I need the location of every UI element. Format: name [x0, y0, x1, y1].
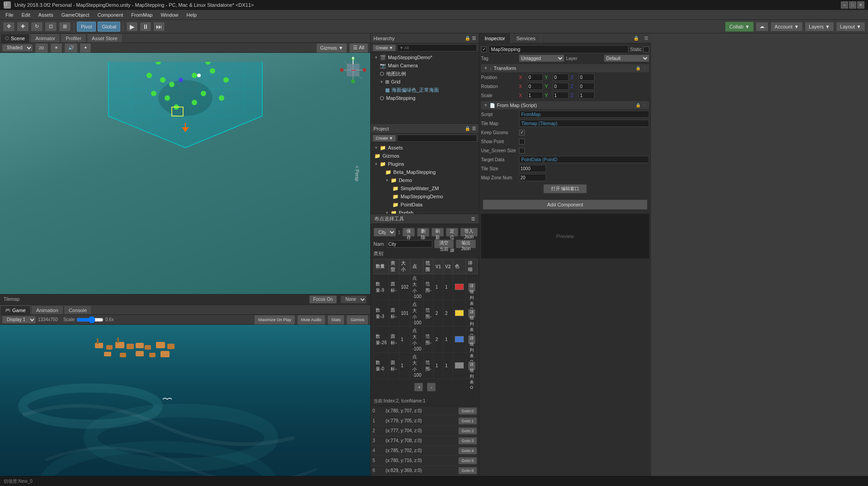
hierarchy-search[interactable] [397, 44, 477, 51]
show-point-checkbox[interactable] [519, 139, 525, 145]
layer-dropdown[interactable]: Default [604, 55, 649, 62]
transform-tool-hand[interactable]: ✥ [3, 22, 15, 32]
hierarchy-item-mapscale[interactable]: ⬡ 地图比例 [371, 70, 479, 78]
focus-on-btn[interactable]: Focus On [309, 295, 337, 304]
category-row-3[interactable]: 数量-0 圆标- 1 点大小·100 范围- 1 1 详细列表O [374, 353, 478, 379]
gizmos-btn[interactable]: Gizmos ▼ [316, 43, 347, 53]
menu-window[interactable]: Window [157, 11, 182, 19]
goto-btn-5[interactable]: Goto:5 [458, 457, 477, 464]
tilemap-tool-menu[interactable]: ☰ [471, 216, 475, 221]
hierarchy-item-grid[interactable]: ▼ ⊞ Grid [371, 78, 479, 86]
maximize-btn[interactable]: Maximize On Play [254, 315, 295, 325]
goto-btn-1[interactable]: Goto:1 [458, 417, 477, 425]
object-name-input[interactable] [489, 45, 628, 53]
tab-profiler[interactable]: Profiler [61, 33, 86, 42]
open-window-btn[interactable]: 打开 编辑窗口 [543, 184, 587, 193]
hierarchy-create-btn[interactable]: Create ▼ [373, 44, 396, 51]
tab-animator[interactable]: Animator [30, 33, 60, 42]
account-btn[interactable]: Account ▼ [770, 22, 803, 32]
menu-assets[interactable]: Assets [35, 11, 57, 19]
hierarchy-lock[interactable]: 🔒 [465, 36, 470, 41]
shading-dropdown[interactable]: Shaded [2, 44, 33, 52]
category-row-0[interactable]: 数量-9 圆标- 102 点大小·100 范围- 1 1 详细列表O [374, 274, 478, 300]
pos-x-input[interactable] [527, 74, 543, 81]
light-btn[interactable]: ☀ [50, 43, 62, 53]
project-simplewater[interactable]: 📁 SimpleWater_ZM [371, 184, 479, 192]
detail-btn-2[interactable]: 详细列表O [468, 335, 476, 344]
step-btn[interactable]: ⏭ [153, 22, 165, 32]
minimize-btn[interactable]: ─ [841, 1, 848, 9]
inspector-menu[interactable]: ☰ [642, 36, 651, 41]
project-search[interactable] [397, 135, 477, 142]
goto-btn-4[interactable]: Goto:4 [458, 447, 477, 454]
detail-btn-1[interactable]: 详细列表O [468, 309, 476, 318]
pivot-btn[interactable]: Pivot [77, 22, 96, 32]
map-zone-input[interactable] [519, 174, 546, 181]
refresh-btn[interactable]: 刷新 [431, 228, 444, 237]
audio-btn[interactable]: 🔊 [64, 43, 78, 53]
category-row-1[interactable]: 数量-3 圆标- 101 点大小·100 范围- 2 2 详细列表O [374, 300, 478, 327]
all-btn[interactable]: ☰ All [349, 43, 368, 53]
tab-game[interactable]: 🎮 Game [0, 305, 31, 314]
city-dropdown[interactable]: City [373, 228, 396, 237]
layout-btn[interactable]: Layout ▼ [836, 22, 865, 32]
add-category-btn[interactable]: + [414, 383, 423, 392]
use-screen-checkbox[interactable] [519, 148, 525, 154]
rot-y-input[interactable] [553, 83, 569, 90]
pointdata-row-6[interactable]: 6 (x:829, y:369, z:0) Goto:6 [371, 466, 479, 476]
tab-animation[interactable]: Animation [31, 305, 63, 314]
locate-btn[interactable]: 定位素源 [446, 228, 458, 237]
menu-component[interactable]: Component [94, 11, 127, 19]
hierarchy-item-tilemap[interactable]: ▦ 海面偏绿色_正常海面 [371, 86, 479, 94]
hierarchy-item-mapsteppingdemo[interactable]: ▼ 🎬 MapSteppingDemo* [371, 53, 479, 61]
tab-console[interactable]: Console [64, 305, 92, 314]
fx-btn[interactable]: ✦ [80, 43, 91, 53]
scale-z-input[interactable] [579, 92, 594, 99]
project-demo[interactable]: ▼ 📁 Demo [371, 176, 479, 184]
detail-btn-3[interactable]: 详细列表O [468, 361, 476, 370]
tile-size-input[interactable] [519, 165, 546, 172]
save-btn[interactable]: 保存 [402, 228, 415, 237]
active-checkbox[interactable]: ✓ [481, 47, 487, 52]
project-assets[interactable]: ▼ 📁 Assets [371, 144, 479, 152]
game-gizmos-btn[interactable]: Gizmos [346, 315, 368, 325]
menu-help[interactable]: Help [183, 11, 201, 19]
project-lock[interactable]: 🔒 [465, 126, 470, 131]
delete-btn[interactable]: 删除 [417, 228, 429, 237]
none-dropdown[interactable]: None [340, 295, 367, 304]
pointdata-row-1[interactable]: 1 (x:779, y:705, z:0) Goto:1 [371, 416, 479, 426]
tab-services[interactable]: Services [511, 33, 541, 43]
project-plugins[interactable]: ▼ 📁 Plugins [371, 160, 479, 168]
scale-y-input[interactable] [553, 92, 569, 99]
cloud-btn[interactable]: ☁ [755, 22, 769, 32]
add-component-btn[interactable]: Add Component [483, 200, 647, 210]
clear-current-btn[interactable]: 清空当前 [434, 239, 454, 248]
pause-btn[interactable]: ⏸ [140, 22, 151, 32]
pointdata-row-2[interactable]: 2 (x:777, y:704, z:0) Goto:2 [371, 426, 479, 436]
pointdata-row-3[interactable]: 3 (x:774, y:708, z:0) Goto:3 [371, 436, 479, 446]
scale-slider[interactable] [76, 317, 104, 322]
stats-btn[interactable]: Stats [327, 315, 345, 325]
rot-z-input[interactable] [579, 83, 594, 90]
goto-btn-6[interactable]: Goto:6 [458, 467, 477, 474]
project-mapsteppingdemo[interactable]: 📁 MapSteppingDemo [371, 192, 479, 201]
from-map-section[interactable]: ▼ 📄 From Map (Script) 🔒 ⋮ [481, 101, 649, 109]
project-pointdata[interactable]: 📁 PointData [371, 201, 479, 209]
target-data-input[interactable] [519, 156, 649, 163]
close-btn[interactable]: ✕ [857, 1, 864, 9]
play-btn[interactable]: ▶ [126, 22, 138, 32]
pointdata-row-4[interactable]: 4 (x:785, y:702, z:0) Goto:4 [371, 446, 479, 456]
tab-scene[interactable]: ⬡ Scene [0, 33, 30, 42]
pos-y-input[interactable] [553, 74, 569, 81]
static-checkbox[interactable] [643, 47, 649, 52]
tilemap-prop-input[interactable] [519, 120, 649, 127]
inspector-lock[interactable]: 🔒 [631, 36, 642, 41]
goto-btn-3[interactable]: Goto:3 [458, 437, 477, 444]
display-dropdown[interactable]: Display 1 [2, 316, 36, 324]
transform-section[interactable]: ▼ ↕ Transform 🔒 ⋮ [481, 64, 649, 72]
project-prefab[interactable]: ▼ 📁 Prefab [371, 209, 479, 214]
pointdata-row-5[interactable]: 5 (x:780, y:716, z:0) Goto:5 [371, 456, 479, 466]
menu-frommap[interactable]: FromMap [127, 11, 156, 19]
transform-tool-rotate[interactable]: ↻ [31, 22, 43, 32]
project-create-btn[interactable]: Create ▼ [373, 135, 396, 142]
